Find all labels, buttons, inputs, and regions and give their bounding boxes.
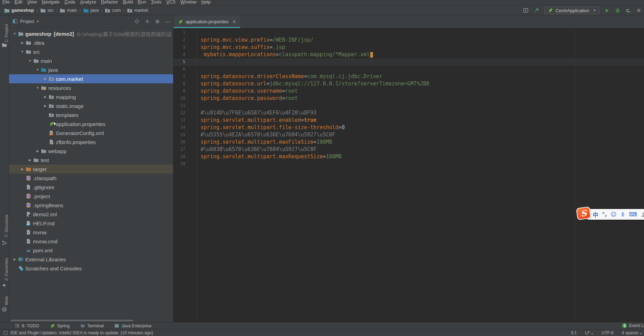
star-icon[interactable]: ★: [2, 283, 6, 288]
tree-collapsed-icon[interactable]: ▶: [19, 41, 25, 44]
sogou-logo[interactable]: S: [576, 206, 591, 220]
run-configuration-select[interactable]: CeshiApplication ▼: [544, 7, 599, 14]
menu-tools[interactable]: Tools: [149, 0, 164, 5]
tree-collapsed-icon[interactable]: ▶: [19, 167, 25, 171]
menu-build[interactable]: Build: [120, 0, 135, 5]
tree-item-mvnw-cmd[interactable]: mvnw.cmd: [9, 237, 173, 246]
tree-item-mvnw[interactable]: mvnw: [9, 228, 173, 237]
line-separator-widget[interactable]: LF▲: [585, 330, 593, 335]
stop-button[interactable]: [636, 8, 641, 13]
tool-window-button-structure[interactable]: 7: Structure: [0, 213, 9, 238]
breadcrumb-item-market[interactable]: market: [127, 8, 148, 13]
tree-item-project[interactable]: .project: [9, 192, 173, 201]
menu-code[interactable]: Code: [62, 0, 78, 5]
globe-icon[interactable]: [2, 307, 7, 313]
menu-file[interactable]: File: [0, 0, 12, 5]
breadcrumb-item-main[interactable]: main: [60, 8, 77, 13]
tool-window-button-web[interactable]: Web: [0, 295, 9, 306]
tree-expanded-icon[interactable]: ▼: [35, 86, 41, 90]
project-stripe-icon[interactable]: [2, 42, 7, 49]
build-hammer-icon[interactable]: [534, 8, 539, 13]
breadcrumb-item-java[interactable]: java: [83, 8, 99, 13]
tree-item-test[interactable]: ▶test: [9, 156, 173, 165]
breadcrumb-item-com[interactable]: com: [105, 8, 121, 13]
tree-item-target[interactable]: ▶target: [9, 165, 173, 174]
tool-window-button-terminal[interactable]: Terminal: [80, 323, 104, 328]
tree-collapsed-icon[interactable]: ▶: [35, 149, 41, 153]
ime-chinese-mode-button[interactable]: 中: [593, 210, 598, 219]
hide-panel-icon[interactable]: —: [165, 19, 170, 24]
tree-item-webapp[interactable]: ▶webapp: [9, 146, 173, 156]
collapse-all-icon[interactable]: [145, 19, 150, 24]
project-panel-title[interactable]: Project: [20, 19, 34, 24]
tree-item-idea[interactable]: ▶.idea: [9, 38, 173, 47]
tab-application-properties[interactable]: application.properties ✕: [173, 15, 240, 28]
tool-window-button-6-todo[interactable]: 6: TODO: [15, 323, 39, 328]
encoding-widget[interactable]: UTF-8: [602, 330, 613, 335]
menu-help[interactable]: Help: [199, 0, 213, 5]
event-log-widget[interactable]: 1 Event Log: [622, 322, 644, 329]
tool-window-button-project[interactable]: 1: Project: [0, 21, 9, 45]
chevron-down-icon[interactable]: ▼: [36, 20, 39, 23]
tree-item-main[interactable]: ▼main: [9, 56, 173, 65]
tree-item-pom-xml[interactable]: mpom.xml: [9, 246, 173, 255]
tree-collapsed-icon[interactable]: ▶: [42, 104, 48, 108]
tree-item-classpath[interactable]: .classpath: [9, 174, 173, 183]
tree-item-generatorconfig-xml[interactable]: <>GeneratorConfig.xml: [9, 128, 173, 137]
menu-run[interactable]: Run: [135, 0, 149, 5]
menu-view[interactable]: View: [25, 0, 39, 5]
menu-edit[interactable]: Edit: [12, 0, 25, 5]
ime-mic-button[interactable]: [620, 212, 625, 217]
tree-expanded-icon[interactable]: ▼: [12, 32, 18, 35]
breadcrumb-item-src[interactable]: src: [40, 8, 53, 13]
tree-expanded-icon[interactable]: ▼: [35, 68, 41, 72]
toolwindow-mode-icon[interactable]: [12, 19, 18, 24]
structure-stripe-icon[interactable]: [2, 240, 7, 247]
ime-emoji-button[interactable]: ☺: [611, 211, 617, 218]
indent-widget[interactable]: 4 spaces▲: [622, 330, 642, 335]
menu-navigate[interactable]: Navigate: [39, 0, 62, 5]
ime-punctuation-button[interactable]: °,: [602, 211, 607, 218]
tree-collapsed-icon[interactable]: ▶: [12, 258, 18, 261]
tool-window-button-spring[interactable]: Spring: [50, 323, 70, 329]
menu-window[interactable]: Window: [178, 0, 199, 5]
ime-profile-button[interactable]: [641, 212, 644, 217]
tree-item-resources[interactable]: ▼resources: [9, 83, 173, 92]
tree-item-gitignore[interactable]: .gitignore: [9, 183, 173, 192]
caret-position-widget[interactable]: 5:1: [571, 330, 577, 335]
update-checkbox-icon[interactable]: [3, 331, 8, 335]
gear-icon[interactable]: ⚙: [155, 19, 160, 24]
tree-collapsed-icon[interactable]: ▶: [27, 158, 33, 162]
tree-item-java[interactable]: ▼java: [9, 65, 173, 74]
code-editor[interactable]: 12spring.mvc.view.prefix=/WEB-INF/jsp/3s…: [173, 28, 644, 322]
tree-item-zfbinfo-properties[interactable]: zfbinfo.properties: [9, 137, 173, 146]
tree-item-external-libraries[interactable]: ▶External Libraries: [9, 255, 173, 264]
close-icon[interactable]: ✕: [232, 19, 236, 24]
tree-expanded-icon[interactable]: ▼: [19, 50, 25, 53]
debug-button[interactable]: [615, 8, 620, 13]
tree-item-src[interactable]: ▼src: [9, 47, 173, 56]
breadcrumb-item-gameshop[interactable]: gameshop: [4, 8, 34, 13]
tree-item-gameshop[interactable]: ▼gameshop[demo2]G:\shejiing\基于SSM框架的游戏商城…: [9, 29, 173, 38]
run-anything-icon[interactable]: [523, 8, 528, 13]
run-with-coverage-button[interactable]: C: [626, 8, 631, 13]
menu-vcs[interactable]: VCS: [164, 0, 178, 5]
menu-refactor[interactable]: Refactor: [99, 0, 120, 5]
tree-item-templates[interactable]: templates: [9, 110, 173, 119]
horizontal-scrollbar[interactable]: [10, 320, 134, 321]
select-opened-file-icon[interactable]: [134, 19, 139, 24]
tree-collapsed-icon[interactable]: ▶: [42, 95, 48, 99]
ime-keyboard-button[interactable]: ⌨: [629, 211, 637, 218]
tree-item-com-market[interactable]: ▶com.market: [9, 74, 173, 83]
tree-collapsed-icon[interactable]: ▶: [42, 77, 48, 81]
tree-item-scratches-and-consoles[interactable]: Scratches and Consoles: [9, 264, 173, 273]
tree-item-application-properties[interactable]: application.properties: [9, 119, 173, 128]
tree-item-mapping[interactable]: ▶mapping: [9, 92, 173, 101]
tool-window-button-java-enterprise[interactable]: Java Enterprise: [114, 323, 152, 328]
tree-item-springbeans[interactable]: .springBeans: [9, 201, 173, 210]
tree-item-help-md[interactable]: MDHELP.md: [9, 219, 173, 228]
tree-expanded-icon[interactable]: ▼: [27, 59, 33, 62]
menu-analyze[interactable]: Analyze: [78, 0, 99, 5]
tool-window-button-favorites[interactable]: 2: Favorites: [0, 256, 9, 283]
tree-item-demo2-iml[interactable]: demo2.iml: [9, 210, 173, 219]
